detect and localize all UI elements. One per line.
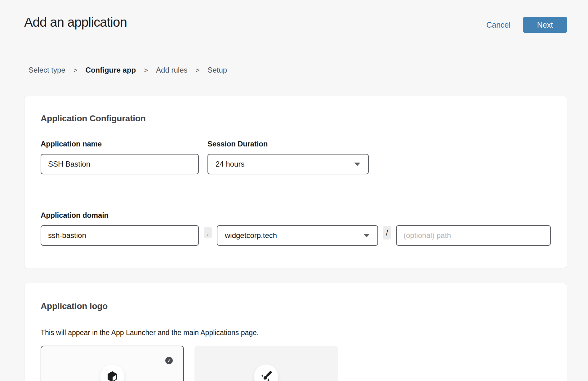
- domain-dot-separator: .: [204, 227, 212, 238]
- domain-value: widgetcorp.tech: [225, 231, 277, 240]
- application-configuration-card: Application Configuration Application na…: [24, 96, 567, 268]
- step-setup[interactable]: Setup: [207, 66, 227, 74]
- cancel-button[interactable]: Cancel: [486, 17, 510, 33]
- logo-option-custom[interactable]: [194, 346, 338, 381]
- application-name-field-group: Application name: [41, 140, 199, 174]
- step-configure-app[interactable]: Configure app: [86, 66, 136, 74]
- chevron-down-icon: [363, 234, 370, 238]
- application-domain-row: . widgetcorp.tech /: [41, 220, 551, 246]
- paintbrush-sparkles-icon: [260, 370, 272, 381]
- logo-options: ✓: [41, 346, 551, 381]
- default-logo-circle: [100, 365, 124, 381]
- application-configuration-heading: Application Configuration: [41, 114, 551, 123]
- add-application-page: Add an application Cancel Next Select ty…: [0, 0, 588, 381]
- path-input[interactable]: [396, 225, 551, 246]
- domain-slash-separator: /: [383, 226, 391, 240]
- session-duration-label: Session Duration: [207, 140, 369, 148]
- name-session-row: Application name Session Duration 24 hou…: [41, 140, 551, 174]
- breadcrumb-separator: >: [144, 66, 148, 74]
- application-name-label: Application name: [41, 140, 199, 148]
- header-actions: Cancel Next: [486, 17, 567, 33]
- page-title: Add an application: [24, 15, 127, 30]
- page-header: Add an application Cancel Next: [24, 15, 567, 33]
- application-logo-heading: Application logo: [41, 301, 551, 311]
- breadcrumb-separator: >: [74, 66, 78, 74]
- application-domain-field-group: Application domain . widgetcorp.tech /: [41, 211, 551, 246]
- application-logo-description: This will appear in the App Launcher and…: [41, 329, 551, 337]
- application-domain-label: Application domain: [41, 211, 551, 220]
- session-duration-field-group: Session Duration 24 hours: [207, 140, 369, 174]
- domain-select[interactable]: widgetcorp.tech: [217, 225, 378, 246]
- next-button[interactable]: Next: [523, 17, 567, 33]
- breadcrumb-separator: >: [196, 66, 200, 74]
- application-name-input[interactable]: [41, 154, 199, 174]
- session-duration-select[interactable]: 24 hours: [207, 154, 369, 174]
- subdomain-input[interactable]: [41, 225, 199, 246]
- application-logo-card: Application logo This will appear in the…: [24, 283, 567, 381]
- selected-check-badge: ✓: [165, 357, 173, 364]
- step-select-type[interactable]: Select type: [29, 66, 65, 74]
- logo-option-default[interactable]: ✓: [41, 346, 184, 381]
- breadcrumb: Select type > Configure app > Add rules …: [24, 66, 567, 74]
- chevron-down-icon: [354, 162, 361, 166]
- session-duration-value: 24 hours: [216, 160, 244, 168]
- cube-icon: [106, 370, 118, 381]
- custom-logo-circle: [254, 365, 278, 381]
- step-add-rules[interactable]: Add rules: [156, 66, 187, 74]
